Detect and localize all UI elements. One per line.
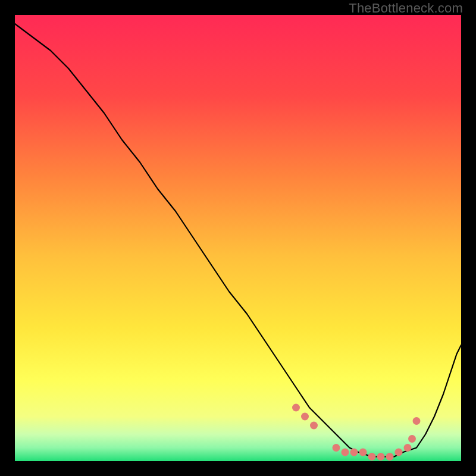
highlight-dot	[292, 404, 300, 412]
highlight-dot	[310, 422, 318, 430]
watermark-text: TheBottleneck.com	[349, 1, 463, 16]
highlight-dot	[404, 444, 412, 452]
highlight-dot	[377, 453, 385, 461]
highlight-dot	[368, 453, 376, 461]
chart-frame: TheBottleneck.com	[0, 0, 476, 476]
highlight-dot	[413, 417, 421, 425]
highlight-dot	[408, 435, 416, 443]
highlight-dot	[359, 449, 367, 456]
highlight-dot	[395, 449, 403, 456]
highlight-dot	[386, 453, 394, 461]
highlight-dot	[333, 444, 340, 452]
highlight-dot	[342, 449, 349, 456]
plot-area	[15, 15, 461, 461]
gradient-background	[15, 15, 461, 461]
chart-svg	[15, 15, 461, 461]
highlight-dot	[350, 449, 358, 456]
highlight-dot	[301, 413, 309, 421]
